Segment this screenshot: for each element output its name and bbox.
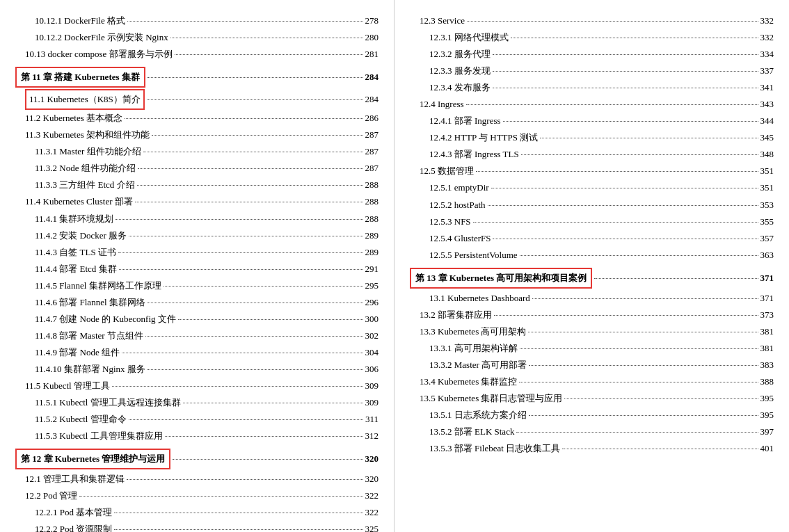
toc-entry: 12.3.4 发布服务341 bbox=[410, 79, 774, 96]
page-number: 345 bbox=[760, 129, 774, 146]
page-number: 351 bbox=[760, 163, 774, 179]
dot-leader bbox=[594, 278, 758, 279]
page-number: 397 bbox=[760, 424, 774, 440]
toc-entry: 12.2.1 Pod 基本管理322 bbox=[15, 504, 378, 521]
entry-label: 12.5.1 emptyDir bbox=[429, 179, 489, 196]
page-number: 363 bbox=[760, 247, 774, 264]
entry-label: 13.3.1 高可用架构详解 bbox=[429, 340, 518, 357]
dot-leader bbox=[143, 152, 363, 152]
entry-label: 11.4.9 部署 Node 组件 bbox=[35, 344, 120, 361]
toc-entry: 12.5.2 hostPath353 bbox=[410, 197, 774, 213]
dot-leader bbox=[127, 21, 363, 22]
page-number: 311 bbox=[365, 411, 378, 428]
dot-leader bbox=[119, 269, 363, 270]
entry-label: 12.3.2 服务代理 bbox=[429, 46, 491, 63]
page-number: 395 bbox=[760, 407, 774, 424]
entry-label: 11.3.1 Master 组件功能介绍 bbox=[35, 143, 141, 160]
dot-leader bbox=[118, 252, 363, 253]
toc-entry: 13.5.2 部署 ELK Stack397 bbox=[410, 424, 774, 440]
toc-entry: 11.4.5 Flannel 集群网络工作原理295 bbox=[15, 277, 378, 294]
page-number: 281 bbox=[365, 46, 379, 63]
dot-leader bbox=[466, 104, 758, 105]
dot-leader bbox=[122, 353, 363, 353]
dot-leader bbox=[473, 222, 758, 223]
page-number: 355 bbox=[760, 213, 774, 230]
toc-entry: 11.4.8 部署 Master 节点组件302 bbox=[15, 328, 378, 344]
entry-label: 11.4 Kubernetes Cluster 部署 bbox=[25, 193, 133, 210]
dot-leader bbox=[135, 202, 363, 202]
dot-leader bbox=[494, 315, 758, 316]
entry-label: 12.5.5 PersistentVolume bbox=[429, 247, 518, 264]
dot-leader bbox=[115, 219, 362, 220]
toc-entry: 13.2 部署集群应用373 bbox=[410, 307, 774, 323]
entry-label: 11.4.3 自签 TLS 证书 bbox=[35, 244, 116, 261]
entry-label: 13.5.1 日志系统方案介绍 bbox=[429, 407, 527, 424]
page-number: 306 bbox=[365, 361, 379, 378]
entry-label: 10.13 docker compose 部署服务与示例 bbox=[25, 46, 173, 63]
dot-leader bbox=[562, 449, 758, 449]
toc-entry: 11.4.3 自签 TLS 证书289 bbox=[15, 244, 378, 261]
dot-leader bbox=[170, 38, 363, 38]
toc-entry: 11.4.10 集群部署 Nginx 服务306 bbox=[15, 361, 378, 378]
page-number: 295 bbox=[365, 277, 379, 294]
toc-entry: 10.12.1 DockerFile 格式278 bbox=[15, 13, 378, 29]
toc-entry: 12.3 Service332 bbox=[410, 13, 774, 29]
chapter-label-boxed: 第 12 章 Kubernetes 管理维护与运用 bbox=[15, 449, 170, 469]
entry-label: 11.4.4 部署 Etcd 集群 bbox=[35, 261, 117, 277]
dot-leader bbox=[129, 236, 362, 236]
page-number: 287 bbox=[365, 143, 379, 160]
page-number: 280 bbox=[365, 29, 379, 46]
toc-entry: 11.2 Kubernetes 基本概念286 bbox=[15, 110, 378, 127]
entry-label: 11.4.1 集群环境规划 bbox=[35, 211, 113, 227]
dot-leader bbox=[540, 138, 758, 138]
dot-leader bbox=[520, 255, 758, 256]
chapter-label-boxed: 第 11 章 搭建 Kubernetes 集群 bbox=[15, 67, 145, 88]
entry-label: 13.3.2 Master 高可用部署 bbox=[429, 357, 527, 373]
toc-entry: 12.4.1 部署 Ingress344 bbox=[410, 113, 774, 129]
dot-leader bbox=[152, 135, 363, 136]
page-number: 353 bbox=[760, 197, 774, 213]
dot-leader bbox=[493, 54, 758, 55]
toc-entry: 12.5.5 PersistentVolume363 bbox=[410, 247, 774, 264]
page-number: 288 bbox=[365, 193, 379, 210]
dot-leader bbox=[148, 77, 363, 78]
dot-leader bbox=[520, 348, 758, 349]
toc-entry: 12.4 Ingress343 bbox=[410, 96, 774, 113]
right-column: 12.3 Service33212.3.1 网络代理模式33212.3.2 服务… bbox=[394, 0, 789, 532]
toc-entry: 10.13 docker compose 部署服务与示例281 bbox=[15, 46, 378, 63]
dot-leader bbox=[175, 54, 363, 55]
toc-entry: 13.5.1 日志系统方案介绍395 bbox=[410, 407, 774, 424]
entry-label: 11.4.10 集群部署 Nginx 服务 bbox=[35, 361, 145, 378]
entry-label: 10.12.2 DockerFile 示例安装 Nginx bbox=[35, 29, 168, 46]
left-column: 10.12.1 DockerFile 格式27810.12.2 DockerFi… bbox=[0, 0, 394, 532]
toc-entry: 11.5 Kubectl 管理工具309 bbox=[15, 378, 378, 394]
dot-leader bbox=[521, 154, 758, 155]
page-number: 395 bbox=[760, 390, 774, 407]
entry-label: 12.5.3 NFS bbox=[429, 213, 471, 230]
page-number: 334 bbox=[760, 46, 774, 63]
toc-entry: 第 12 章 Kubernetes 管理维护与运用320 bbox=[15, 449, 378, 469]
page-number: 302 bbox=[365, 328, 379, 344]
page-number: 322 bbox=[365, 487, 379, 504]
page-number: 341 bbox=[760, 79, 774, 96]
toc-entry: 13.3 Kubernetes 高可用架构381 bbox=[410, 323, 774, 340]
page-number: 332 bbox=[760, 29, 774, 46]
dot-leader bbox=[79, 496, 362, 497]
entry-label: 11.4.2 安装 Docker 服务 bbox=[35, 227, 127, 244]
entry-label: 11.4.6 部署 Flannel 集群网络 bbox=[35, 294, 145, 311]
toc-entry: 11.5.1 Kubectl 管理工具远程连接集群309 bbox=[15, 394, 378, 411]
dot-leader bbox=[148, 303, 363, 303]
dot-leader bbox=[493, 88, 758, 88]
page-number: 373 bbox=[760, 307, 774, 323]
toc-entry: 11.3.1 Master 组件功能介绍287 bbox=[15, 143, 378, 160]
dot-leader bbox=[528, 332, 758, 332]
page-number: 288 bbox=[365, 177, 379, 193]
dot-leader bbox=[493, 71, 758, 72]
toc-entry: 11.4.7 创建 Node 的 Kubeconfig 文件300 bbox=[15, 311, 378, 328]
dot-leader bbox=[178, 319, 363, 320]
toc-entry: 11.4.1 集群环境规划288 bbox=[15, 211, 378, 227]
entry-label: 10.12.1 DockerFile 格式 bbox=[35, 13, 125, 29]
page-number: 351 bbox=[760, 179, 774, 196]
entry-label: 11.3.3 三方组件 Etcd 介绍 bbox=[35, 177, 135, 193]
dot-leader bbox=[114, 513, 362, 513]
